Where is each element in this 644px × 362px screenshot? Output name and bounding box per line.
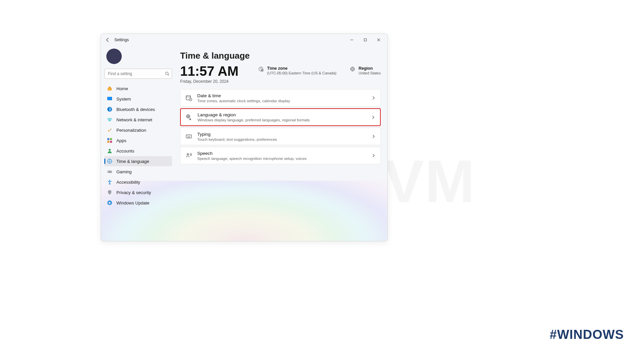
- sidebar-item-label: Accounts: [116, 148, 134, 154]
- page-title: Time & language: [180, 51, 381, 61]
- wifi-icon: [107, 117, 112, 122]
- timezone-icon: [258, 66, 264, 72]
- back-button[interactable]: [103, 35, 112, 45]
- region-value: United States: [359, 71, 381, 75]
- sidebar-item-label: Accessibility: [116, 180, 140, 185]
- hashtag-label: #WINDOWS: [550, 327, 624, 342]
- card-desc: Speech language, speech recognition micr…: [197, 157, 367, 161]
- sidebar-item-label: Personalization: [116, 128, 146, 133]
- system-icon: [107, 96, 112, 102]
- settings-cards: Date & time Time zones, automatic clock …: [180, 89, 381, 164]
- paint-icon: [107, 127, 112, 133]
- speech-icon: [185, 152, 193, 159]
- close-button[interactable]: [372, 35, 385, 45]
- svg-point-1: [166, 72, 168, 75]
- svg-point-27: [187, 154, 189, 155]
- accessibility-icon: [107, 179, 112, 185]
- svg-rect-3: [108, 97, 112, 100]
- chevron-right-icon: [372, 134, 376, 138]
- arrow-left-icon: [105, 38, 110, 42]
- minimize-button[interactable]: [345, 35, 359, 45]
- timezone-value: (UTC-05:00) Eastern Time (US & Canada): [267, 71, 336, 75]
- svg-point-13: [109, 180, 110, 181]
- sidebar-item-label: System: [116, 97, 131, 102]
- timezone-info: Time zone (UTC-05:00) Eastern Time (US &…: [258, 66, 336, 75]
- sidebar-item-network[interactable]: Network & internet: [104, 115, 172, 125]
- sidebar-item-privacy[interactable]: Privacy & security: [104, 187, 172, 197]
- settings-window: Settings Hom: [101, 34, 388, 241]
- sidebar-item-label: Gaming: [116, 169, 132, 174]
- avatar[interactable]: [106, 49, 122, 64]
- card-desc: Time zones, automatic clock settings, ca…: [197, 99, 367, 103]
- bluetooth-icon: [107, 107, 112, 112]
- svg-point-25: [190, 135, 190, 136]
- svg-rect-8: [110, 141, 112, 143]
- timezone-label: Time zone: [267, 66, 336, 71]
- svg-point-12: [110, 171, 111, 172]
- sidebar: Home System Bluetooth & devices Network …: [101, 46, 175, 241]
- person-icon: [107, 148, 112, 154]
- sidebar-item-label: Privacy & security: [116, 190, 151, 195]
- sidebar-item-personalization[interactable]: Personalization: [104, 125, 172, 135]
- svg-rect-26: [187, 137, 190, 137]
- sidebar-item-home[interactable]: Home: [104, 83, 172, 94]
- svg-rect-5: [107, 138, 109, 140]
- search-icon: [165, 72, 169, 76]
- card-title: Typing: [197, 132, 367, 137]
- search-box[interactable]: [104, 69, 172, 79]
- sidebar-item-apps[interactable]: Apps: [104, 135, 172, 145]
- home-icon: [107, 86, 112, 91]
- shield-icon: [107, 190, 112, 195]
- svg-point-23: [188, 135, 188, 136]
- sidebar-item-bluetooth[interactable]: Bluetooth & devices: [104, 104, 172, 114]
- maximize-icon: [364, 38, 367, 42]
- svg-point-24: [189, 135, 189, 136]
- card-title: Language & region: [198, 112, 367, 117]
- sidebar-item-windows-update[interactable]: Windows Update: [104, 198, 172, 208]
- clock-time: 11:57 AM: [180, 64, 247, 78]
- sidebar-item-system[interactable]: System: [104, 94, 172, 104]
- region-info: Region United States: [350, 66, 381, 75]
- svg-rect-0: [364, 39, 367, 41]
- chevron-right-icon: [371, 115, 375, 119]
- sidebar-item-accounts[interactable]: Accounts: [104, 146, 172, 156]
- keyboard-icon: [185, 133, 193, 140]
- chevron-right-icon: [372, 154, 376, 158]
- card-desc: Windows display language, preferred lang…: [198, 118, 367, 122]
- main-content: Time & language 11:57 AM Friday, Decembe…: [175, 46, 387, 241]
- sidebar-item-gaming[interactable]: Gaming: [104, 167, 172, 177]
- card-title: Date & time: [197, 93, 367, 98]
- card-speech[interactable]: Speech Speech language, speech recogniti…: [180, 147, 381, 164]
- card-title: Speech: [197, 151, 367, 156]
- sidebar-item-label: Home: [116, 86, 128, 91]
- svg-point-9: [109, 149, 111, 151]
- close-icon: [377, 38, 380, 42]
- nav-list: Home System Bluetooth & devices Network …: [104, 83, 172, 208]
- apps-icon: [107, 138, 112, 143]
- sidebar-item-label: Network & internet: [116, 117, 152, 122]
- svg-point-22: [187, 135, 187, 136]
- app-title: Settings: [114, 38, 129, 42]
- header-row: 11:57 AM Friday, December 20, 2024 Time …: [180, 64, 381, 84]
- clock-block: 11:57 AM Friday, December 20, 2024: [180, 64, 247, 84]
- clock-date: Friday, December 20, 2024: [180, 79, 247, 84]
- gamepad-icon: [107, 169, 112, 174]
- card-date-time[interactable]: Date & time Time zones, automatic clock …: [180, 89, 381, 107]
- language-icon: [185, 114, 193, 121]
- sidebar-item-label: Bluetooth & devices: [116, 107, 155, 112]
- sidebar-item-label: Time & language: [116, 159, 149, 164]
- card-language-region[interactable]: Language & region Windows display langua…: [180, 108, 381, 126]
- search-input[interactable]: [104, 69, 172, 79]
- calendar-clock-icon: [185, 95, 193, 101]
- sidebar-item-label: Apps: [116, 138, 126, 143]
- region-label: Region: [359, 66, 381, 71]
- globe-icon: [350, 66, 355, 72]
- titlebar: Settings: [101, 34, 387, 46]
- card-typing[interactable]: Typing Touch keyboard, text suggestions,…: [180, 128, 381, 145]
- maximize-button[interactable]: [359, 35, 372, 45]
- sidebar-item-label: Windows Update: [116, 200, 149, 205]
- sidebar-item-time-language[interactable]: Time & language: [104, 156, 172, 166]
- sidebar-item-accessibility[interactable]: Accessibility: [104, 177, 172, 187]
- svg-rect-7: [107, 141, 109, 143]
- minimize-icon: [350, 38, 354, 42]
